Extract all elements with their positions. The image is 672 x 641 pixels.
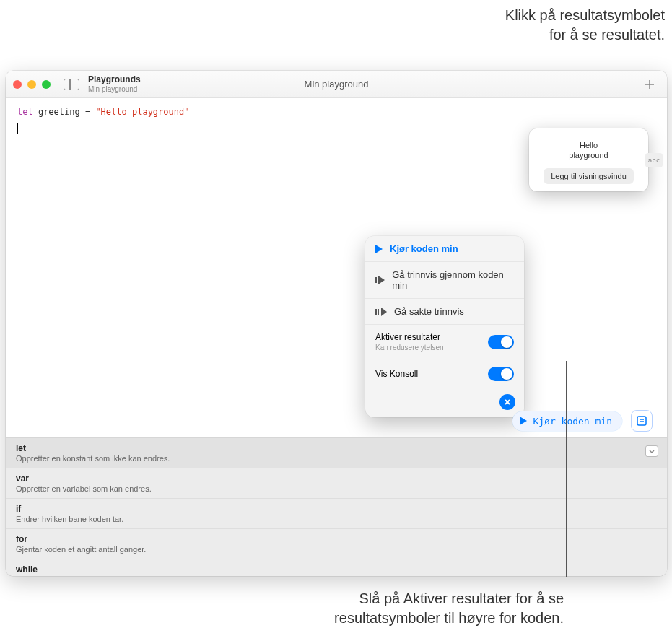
suggestions-filter-button[interactable] [645,445,658,457]
playground-window: Playgrounds Min playground Min playgroun… [6,71,667,576]
callout-result-symbol: Klikk på resultatsymbolet for å se resul… [505,6,665,45]
add-page-button[interactable] [640,77,660,92]
enable-results-sublabel: Kan redusere ytelsen [375,344,444,352]
run-my-code-label: Kjør koden min [390,243,458,254]
zoom-window-button[interactable] [42,80,51,89]
code-suggestions-panel: letOppretter en konstant som ikke kan en… [6,437,667,576]
code-string: "Hello playground" [95,107,189,117]
show-console-row: Vis Konsoll [365,359,524,388]
svg-rect-4 [637,417,646,425]
step-slow-icon [375,308,387,316]
callout-enable-results: Slå på Aktiver resultater for å se resul… [173,589,564,628]
code-identifier: greeting = [33,107,96,117]
close-window-button[interactable] [13,80,22,89]
titlebar: Playgrounds Min playground Min playgroun… [6,71,667,98]
result-symbol-button[interactable]: abc [645,153,663,167]
sidebar-toggle-icon[interactable] [64,79,79,90]
step-through-label: Gå trinnvis gjennom koden min [392,269,514,291]
app-title: Playgrounds [88,75,141,84]
enable-results-label: Aktiver resultater [375,332,444,342]
run-options-popover: Kjør koden min Gå trinnvis gjennom koden… [365,236,524,417]
show-console-label: Vis Konsoll [375,369,418,379]
window-controls [13,80,51,89]
callout-leader-line [509,361,567,577]
step-slow-label: Gå sakte trinnvis [394,306,464,317]
documentation-button[interactable] [631,410,653,432]
run-my-code-item[interactable]: Kjør koden min [365,236,524,262]
step-through-item[interactable]: Gå trinnvis gjennom koden min [365,262,524,299]
window-title: Min playground [305,79,369,90]
title-section: Playgrounds Min playground [88,75,141,92]
suggestion-item[interactable]: varOppretter en variabel som kan endres. [6,468,667,499]
app-subtitle: Min playground [88,85,141,93]
enable-results-toggle[interactable] [488,335,514,349]
play-icon [375,245,383,253]
step-slow-item[interactable]: Gå sakte trinnvis [365,299,524,325]
enable-results-row: Aktiver resultater Kan redusere ytelsen [365,325,524,359]
text-cursor [17,123,18,134]
result-symbol-label: abc [648,157,660,164]
code-keyword: let [17,107,33,117]
add-viewer-button[interactable]: Legg til visningsvindu [544,168,634,184]
suggestion-item[interactable]: forGjentar koden et angitt antall ganger… [6,529,667,559]
suggestion-item[interactable]: letOppretter en konstant som ikke kan en… [6,438,667,468]
close-popover-row [365,388,524,417]
step-icon [375,276,385,284]
minimize-window-button[interactable] [27,80,36,89]
result-preview-text: Hello playground [536,136,641,168]
suggestion-item[interactable]: while [6,559,667,576]
suggestion-item[interactable]: ifEndrer hvilken bane koden tar. [6,499,667,529]
result-popover: Hello playground Legg til visningsvindu [529,128,648,191]
code-editor[interactable]: let greeting = "Hello playground" Hello … [6,98,667,576]
